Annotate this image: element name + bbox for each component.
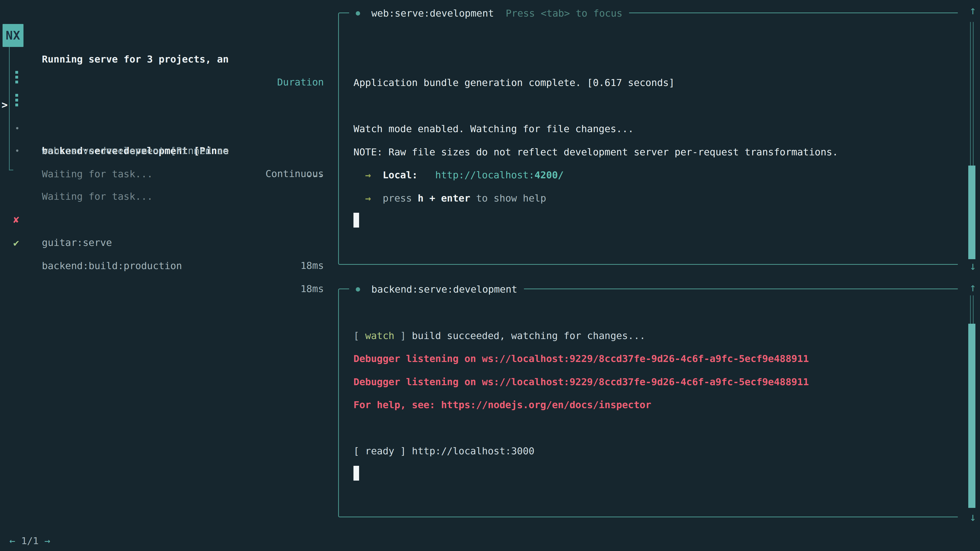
task-row-web-serve[interactable]: web:serve:development [Pinned ou Continu… — [0, 94, 324, 116]
sidebar: NX Running serve for 3 projects, an Dura… — [0, 0, 324, 551]
run-summary-title: Running serve for 3 projects, an — [42, 48, 229, 71]
task-row-waiting-2[interactable]: Waiting for task... — [0, 139, 324, 162]
panel-title: backend:serve:development — [371, 282, 517, 297]
status-dot-icon — [356, 11, 360, 16]
task-duration: Continuous — [266, 162, 324, 185]
waiting-dot-icon — [16, 149, 18, 152]
scroll-down-icon[interactable]: ↓ — [966, 259, 980, 273]
panel-backend-serve-development[interactable]: backend:serve:development [ watch ] buil… — [338, 289, 958, 517]
page-next-icon[interactable]: → — [45, 535, 50, 546]
task-duration: 18ms — [301, 277, 324, 300]
success-check-icon: ✔ — [13, 231, 19, 254]
task-label: Waiting for task... — [42, 162, 153, 186]
status-dot-icon — [356, 287, 360, 292]
panel-legend: web:serve:development Press <tab> to foc… — [349, 6, 629, 21]
task-duration: 18ms — [301, 254, 324, 277]
scroll-up-icon[interactable]: ↑ — [966, 3, 980, 17]
task-row-waiting-1[interactable]: Waiting for task... — [0, 117, 324, 140]
scrollbar-track[interactable] — [970, 295, 974, 324]
waiting-dot-icon — [16, 127, 18, 129]
terminal-output: [ watch ] build succeeded, watching for … — [353, 301, 958, 486]
sidebar-footer: ← 1/1 → quit: q help: ? — [0, 507, 324, 529]
scrollbar-thumb[interactable] — [968, 324, 975, 508]
focus-hint: Press <tab> to focus — [506, 6, 622, 21]
task-label: backend:build:production — [42, 254, 182, 277]
task-row-guitar-serve[interactable]: ✘ guitar:serve 18ms — [0, 185, 324, 208]
pagination: ← 1/1 → — [10, 529, 50, 551]
page-indicator: 1/1 — [15, 535, 45, 546]
spinner-icon — [15, 94, 18, 106]
task-row-backend-build[interactable]: ✔ backend:build:production 18ms — [0, 208, 324, 231]
page-prev-icon[interactable]: ← — [10, 535, 15, 546]
scroll-down-icon[interactable]: ↓ — [966, 510, 980, 524]
task-row-backend-serve[interactable]: > backend:serve:development [Pinne ... — [0, 70, 324, 94]
task-label: guitar:serve — [42, 231, 112, 254]
nx-tui-screen: NX Running serve for 3 projects, an Dura… — [0, 0, 980, 551]
panel-web-serve-development[interactable]: web:serve:development Press <tab> to foc… — [338, 13, 958, 265]
spinner-icon — [15, 71, 18, 83]
scrollbar-track[interactable] — [970, 22, 974, 165]
scrollbar-thumb[interactable] — [968, 165, 975, 259]
scroll-up-icon[interactable]: ↑ — [966, 281, 980, 294]
terminal-output: Application bundle generation complete. … — [353, 25, 958, 233]
sidebar-header: Running serve for 3 projects, an Duratio… — [0, 25, 324, 48]
panel-title: web:serve:development — [371, 6, 494, 21]
panel-legend: backend:serve:development — [349, 282, 524, 297]
